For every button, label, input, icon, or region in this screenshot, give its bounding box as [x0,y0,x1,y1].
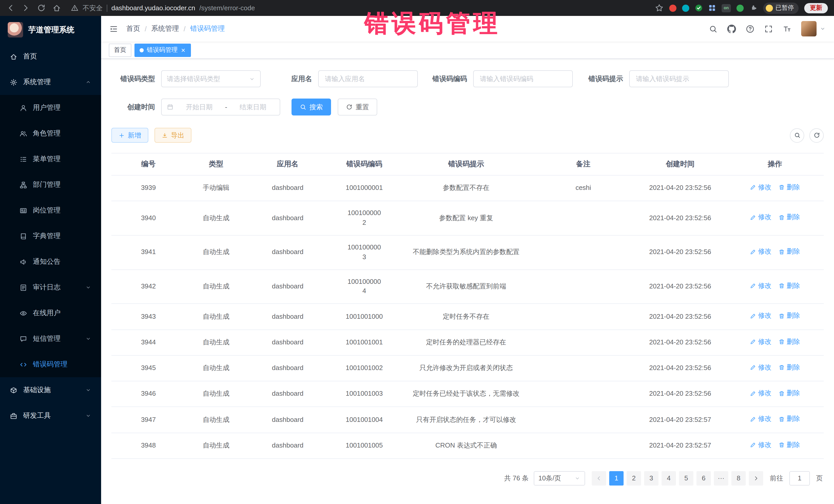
tab-home[interactable]: 首页 [109,43,131,57]
sidebar-item-system-management[interactable]: 系统管理 [0,69,101,95]
delete-link[interactable]: 删除 [778,389,800,398]
create-time-range-picker[interactable]: 开始日期 - 结束日期 [161,98,280,115]
column-header-type: 类型 [185,153,247,175]
edit-link[interactable]: 修改 [750,281,771,291]
close-icon[interactable] [181,47,186,52]
delete-link[interactable]: 删除 [778,311,800,321]
sidebar-item-role-management[interactable]: 角色管理 [0,120,101,146]
address-bar[interactable]: 不安全 dashboard.yudao.iocoder.cn /system/e… [71,3,648,13]
cell-memo [532,433,634,459]
delete-link[interactable]: 删除 [778,247,800,257]
add-button[interactable]: 新增 [111,128,148,143]
edit-link[interactable]: 修改 [750,213,771,222]
cell-actions: 修改 删除 [726,381,824,407]
reset-button[interactable]: 重置 [338,98,377,115]
teal-extension-icon[interactable] [682,4,689,12]
goto-page-input[interactable] [789,471,810,485]
puzzle-extensions-icon[interactable] [749,4,758,12]
log-icon [20,284,27,291]
browser-profile-chip[interactable]: 已暂停 [763,2,798,14]
cell-memo [532,355,634,381]
delete-link[interactable]: 删除 [778,281,800,291]
grid-extension-icon[interactable] [708,4,716,12]
chrome-update-button[interactable]: 更新 [804,3,828,13]
more-pages-button[interactable]: ··· [714,471,728,485]
page-button-2[interactable]: 2 [627,471,641,485]
prev-page-button[interactable] [592,471,606,485]
sidebar-item-audit-log[interactable]: 审计日志 [0,275,101,300]
sidebar-item-dept-management[interactable]: 部门管理 [0,172,101,198]
edit-icon [750,416,756,422]
red-extension-icon[interactable] [669,4,676,12]
org-tree-icon [20,181,27,189]
hamburger-icon[interactable] [109,24,118,33]
edit-link[interactable]: 修改 [750,363,771,373]
breadcrumb-system[interactable]: 系统管理 [151,24,179,34]
edit-link[interactable]: 修改 [750,311,771,321]
edit-link[interactable]: 修改 [750,183,771,193]
sidebar-item-dict-management[interactable]: 字典管理 [0,223,101,249]
tab-error-code-management[interactable]: 错误码管理 [134,43,191,57]
delete-label: 删除 [787,183,800,193]
sidebar-item-online-users[interactable]: 在线用户 [0,300,101,326]
error-type-select[interactable]: 请选择错误码类型 [161,70,261,87]
trash-icon [778,184,785,191]
sidebar-item-home[interactable]: 首页 [0,44,101,69]
leaf-extension-icon[interactable] [737,4,744,12]
delete-link[interactable]: 删除 [778,363,800,373]
app-name-input[interactable] [318,70,418,87]
green-check-extension-icon[interactable] [695,4,703,12]
browser-back-icon[interactable] [6,4,15,12]
search-button[interactable]: 搜索 [291,98,331,115]
on-badge-extension-icon[interactable]: on [722,4,731,12]
page-button-1[interactable]: 1 [609,471,623,485]
help-icon[interactable] [746,24,754,33]
browser-forward-icon[interactable] [22,4,30,12]
user-menu[interactable] [801,21,826,37]
page-button-6[interactable]: 6 [697,471,711,485]
sidebar-item-infrastructure[interactable]: 基础设施 [0,377,101,403]
page-size-select[interactable]: 10条/页 [534,471,585,485]
sidebar-item-error-code-management[interactable]: 错误码管理 [0,352,101,377]
sidebar-item-menu-management[interactable]: 菜单管理 [0,146,101,172]
delete-link[interactable]: 删除 [778,183,800,193]
page-button-4[interactable]: 4 [662,471,676,485]
sidebar-item-sms-management[interactable]: 短信管理 [0,326,101,352]
toggle-search-button[interactable] [790,128,804,143]
browser-toolbar: 不安全 dashboard.yudao.iocoder.cn /system/e… [0,0,834,16]
page-button-8[interactable]: 8 [731,471,746,485]
fullscreen-icon[interactable] [764,24,773,33]
goto-label: 前往 [770,474,783,483]
font-size-icon[interactable] [783,24,791,33]
security-label[interactable]: 不安全 [83,3,103,13]
sidebar-logo-row[interactable]: 芋道管理系统 [0,16,101,44]
edit-link[interactable]: 修改 [750,440,771,450]
edit-link[interactable]: 修改 [750,337,771,347]
browser-home-icon[interactable] [52,4,61,12]
page-button-3[interactable]: 3 [644,471,658,485]
page-button-5[interactable]: 5 [679,471,694,485]
breadcrumb-home[interactable]: 首页 [126,24,140,34]
browser-reload-icon[interactable] [37,4,46,12]
delete-link[interactable]: 删除 [778,440,800,450]
cell-time: 2021-04-20 23:52:56 [634,329,726,355]
delete-link[interactable]: 删除 [778,213,800,222]
search-icon[interactable] [709,24,718,33]
sidebar-item-user-management[interactable]: 用户管理 [0,95,101,120]
error-code-input[interactable] [473,70,573,87]
sidebar-item-notice[interactable]: 通知公告 [0,249,101,275]
next-page-button[interactable] [749,471,763,485]
edit-link[interactable]: 修改 [750,389,771,398]
delete-link[interactable]: 删除 [778,414,800,424]
error-hint-input[interactable] [629,70,729,87]
github-icon[interactable] [727,24,736,33]
export-button[interactable]: 导出 [154,128,192,143]
delete-link[interactable]: 删除 [778,337,800,347]
chevron-down-icon [85,336,91,342]
refresh-table-button[interactable] [809,128,824,143]
sidebar-item-post-management[interactable]: 岗位管理 [0,198,101,223]
edit-link[interactable]: 修改 [750,414,771,424]
sidebar-item-dev-tools[interactable]: 研发工具 [0,403,101,429]
edit-link[interactable]: 修改 [750,247,771,257]
bookmark-star-icon[interactable] [655,4,664,12]
